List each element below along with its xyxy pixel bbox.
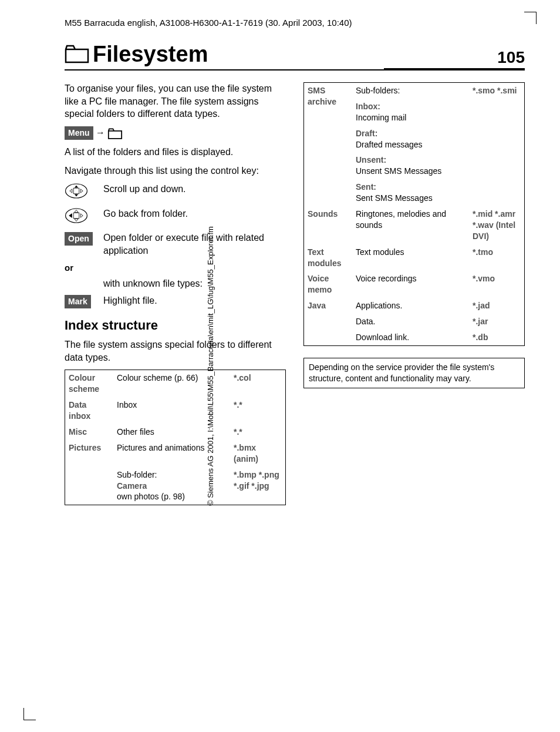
row-label: SMS archive [304, 83, 353, 207]
svg-rect-1 [73, 188, 79, 194]
index-intro: The file system assigns special folders … [65, 338, 286, 364]
arrow-icon: → [96, 127, 105, 137]
crop-mark-bl [23, 708, 36, 720]
title-row: Filesystem 105 [65, 42, 525, 67]
left-column: To organise your files, you can use the … [65, 82, 286, 505]
svg-rect-7 [73, 213, 79, 219]
header-meta: M55 Barracuda english, A31008-H6300-A1-1… [65, 18, 525, 28]
mark-label: Mark [65, 295, 91, 308]
index-table-right: SMS archive Sub-folders: *.smo *.smi Inb… [303, 82, 525, 346]
row-desc: Colour scheme (p. 66) [113, 370, 230, 397]
row-desc: Other files [113, 424, 230, 440]
table-row: Misc Other files *.* [65, 424, 286, 440]
nav-back: Go back from folder. [65, 207, 286, 227]
menu-label: Menu [65, 126, 93, 140]
dpad-left-icon [65, 207, 88, 224]
row-desc: Voice recordings [352, 271, 469, 298]
nav-scroll-text: Scroll up and down. [103, 183, 286, 196]
row-ext: *.db [469, 330, 525, 345]
row-desc: Data. [352, 314, 469, 330]
intro-p1: To organise your files, you can use the … [65, 82, 286, 120]
nav-unknown-text: with unknown file types: [103, 277, 286, 290]
row-ext: *.col [230, 370, 286, 397]
nav-unknown: with unknown file types: [65, 277, 286, 290]
row-label: Voice memo [304, 271, 353, 298]
row-desc: Text modules [352, 244, 469, 271]
table-row: Voice memo Voice recordings *.vmo [304, 271, 525, 298]
nav-back-text: Go back from folder. [103, 207, 286, 220]
svg-marker-4 [70, 189, 72, 193]
table-row: Text modules Text modules *.tmo [304, 244, 525, 271]
note-box: Depending on the service provider the fi… [303, 358, 525, 388]
content-columns: To organise your files, you can use the … [65, 82, 525, 505]
svg-marker-9 [75, 219, 78, 221]
table-row: Colour scheme Colour scheme (p. 66) *.co… [65, 370, 286, 397]
row-label: Java [304, 298, 353, 345]
row-label: Data inbox [65, 397, 114, 424]
svg-marker-3 [75, 194, 78, 197]
nav-mark: Mark Highlight file. [65, 294, 286, 308]
row-ext: *.bmx (anim) [230, 440, 286, 467]
row-desc: Inbox [113, 397, 230, 424]
svg-marker-11 [80, 214, 83, 217]
row-ext: *.jar [469, 314, 525, 330]
row-ext: *.* [230, 424, 286, 440]
table-row: SMS archive Sub-folders: *.smo *.smi [304, 83, 525, 99]
svg-point-6 [66, 209, 87, 223]
page-number: 105 [497, 48, 525, 67]
nav-open-text: Open folder or execute file with related… [103, 231, 286, 257]
page-title: Filesystem [93, 42, 497, 67]
row-desc: Applications. [352, 298, 469, 314]
row-label: Sounds [304, 206, 353, 244]
row-label: Colour scheme [65, 370, 114, 397]
menu-path: Menu → [65, 126, 286, 140]
index-heading: Index structure [65, 317, 286, 334]
row-desc: Sub-folders: [352, 83, 469, 99]
row-ext: *.mid *.amr *.wav (Intel DVI) [469, 206, 525, 244]
row-ext: *.bmp *.png *.gif *.jpg [230, 467, 286, 505]
svg-marker-10 [69, 213, 72, 218]
row-desc: Sub-folder: Camera own photos (p. 98) [113, 467, 230, 505]
row-label: Pictures [65, 440, 114, 505]
small-folder-icon [107, 127, 123, 139]
row-ext: *.jad [469, 298, 525, 314]
row-desc: Download link. [352, 330, 469, 345]
row-desc: Pictures and animations [113, 440, 230, 467]
svg-marker-2 [75, 186, 78, 188]
title-underline [65, 69, 525, 70]
open-label: Open [65, 232, 93, 246]
dpad-updown-icon [65, 183, 88, 199]
svg-marker-8 [75, 210, 78, 212]
intro-p3: Navigate through this list using the con… [65, 164, 286, 177]
table-row: Data inbox Inbox *.* [65, 397, 286, 424]
row-ext: *.* [230, 397, 286, 424]
svg-marker-5 [80, 189, 83, 193]
row-desc: Inbox:Incoming mail [352, 99, 469, 126]
table-row: Java Applications. *.jad [304, 298, 525, 314]
nav-scroll: Scroll up and down. [65, 183, 286, 203]
row-desc: Sent:Sent SMS Messages [352, 179, 469, 206]
row-ext: *.vmo [469, 271, 525, 298]
row-desc: Ringtones, melodies and sounds [352, 206, 469, 244]
table-row: Pictures Pictures and animations *.bmx (… [65, 440, 286, 467]
row-ext: *.tmo [469, 244, 525, 271]
row-desc: Unsent:Unsent SMS Messages [352, 152, 469, 179]
row-ext: *.smo *.smi [469, 83, 525, 207]
folder-icon [65, 43, 89, 63]
row-label: Misc [65, 424, 114, 440]
index-table-left: Colour scheme Colour scheme (p. 66) *.co… [65, 370, 286, 505]
table-row: Sounds Ringtones, melodies and sounds *.… [304, 206, 525, 244]
row-desc: Draft:Drafted messages [352, 126, 469, 153]
nav-mark-text: Highlight file. [103, 294, 286, 307]
nav-open: Open Open folder or execute file with re… [65, 231, 286, 257]
right-column: SMS archive Sub-folders: *.smo *.smi Inb… [303, 82, 525, 505]
or-label: or [65, 262, 286, 274]
page-container: M55 Barracuda english, A31008-H6300-A1-1… [0, 0, 560, 523]
row-label: Text modules [304, 244, 353, 271]
intro-p2: A list of the folders and files is displ… [65, 146, 286, 159]
